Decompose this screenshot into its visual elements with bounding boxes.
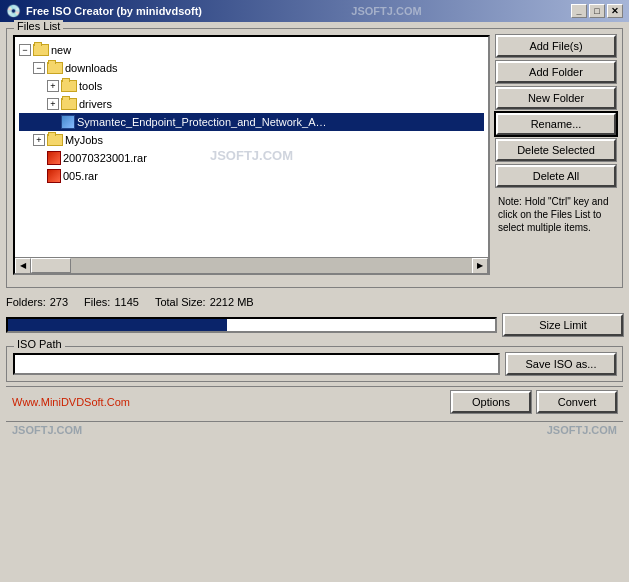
tree-item-label: downloads (65, 59, 118, 77)
tree-item-label: new (51, 41, 71, 59)
total-size-stat: Total Size: 2212 MB (155, 296, 254, 308)
rar-icon (47, 151, 61, 165)
files-label: Files: (84, 296, 110, 308)
tree-item-label: tools (79, 77, 102, 95)
scrollbar-track[interactable] (31, 258, 472, 273)
main-window: Files List − new − downloads (0, 22, 629, 582)
scrollbar-thumb[interactable] (31, 258, 71, 273)
expand-icon[interactable]: + (47, 98, 59, 110)
progress-area: Size Limit (6, 314, 623, 336)
maximize-button[interactable]: □ (589, 4, 605, 18)
total-size-label: Total Size: (155, 296, 206, 308)
list-item: 20070323001.rar (19, 149, 484, 167)
dvd-icon (61, 115, 75, 129)
progress-bar-container (6, 317, 497, 333)
files-stat: Files: 1145 (84, 296, 139, 308)
list-item: − downloads (19, 59, 484, 77)
note-text: Note: Hold "Ctrl" key and click on the F… (496, 191, 616, 238)
app-title: Free ISO Creator (by minidvdsoft) (26, 5, 202, 17)
files-list-label: Files List (14, 20, 63, 32)
title-bar: 💿 Free ISO Creator (by minidvdsoft) JSOF… (0, 0, 629, 22)
minimize-button[interactable]: _ (571, 4, 587, 18)
iso-path-label: ISO Path (14, 338, 65, 350)
list-item: + tools (19, 77, 484, 95)
footer-left-watermark: JSOFTJ.COM (12, 424, 82, 436)
app-icon: 💿 (6, 4, 21, 18)
expand-icon[interactable]: + (47, 80, 59, 92)
footer-right-watermark: JSOFTJ.COM (547, 424, 617, 436)
convert-button[interactable]: Convert (537, 391, 617, 413)
delete-all-button[interactable]: Delete All (496, 165, 616, 187)
progress-bar-fill (8, 319, 227, 331)
list-item[interactable]: Symantec_Endpoint_Protection_and_Network… (19, 113, 484, 131)
rename-button[interactable]: Rename... (496, 113, 616, 135)
button-panel: Add File(s) Add Folder New Folder Rename… (496, 35, 616, 281)
folders-stat: Folders: 273 (6, 296, 68, 308)
add-folder-button[interactable]: Add Folder (496, 61, 616, 83)
title-bar-left: 💿 Free ISO Creator (by minidvdsoft) (6, 4, 202, 18)
iso-path-row: Save ISO as... (13, 353, 616, 375)
new-folder-button[interactable]: New Folder (496, 87, 616, 109)
tree-content: − new − downloads + tools (15, 37, 488, 189)
total-size-value: 2212 MB (210, 296, 254, 308)
list-item: 005.rar (19, 167, 484, 185)
add-files-button[interactable]: Add File(s) (496, 35, 616, 57)
folder-icon (33, 44, 49, 56)
expand-icon[interactable]: − (19, 44, 31, 56)
options-button[interactable]: Options (451, 391, 531, 413)
footer-bar: JSOFTJ.COM JSOFTJ.COM (6, 421, 623, 438)
delete-selected-button[interactable]: Delete Selected (496, 139, 616, 161)
list-item: − new (19, 41, 484, 59)
iso-path-input[interactable] (13, 353, 500, 375)
files-value: 1145 (114, 296, 138, 308)
folder-icon (47, 134, 63, 146)
list-item: + drivers (19, 95, 484, 113)
folders-value: 273 (50, 296, 68, 308)
close-button[interactable]: ✕ (607, 4, 623, 18)
expand-icon[interactable]: − (33, 62, 45, 74)
folder-icon (47, 62, 63, 74)
tree-item-label: Symantec_Endpoint_Protection_and_Network… (77, 113, 327, 131)
tree-item-label: MyJobs (65, 131, 103, 149)
rar-icon (47, 169, 61, 183)
folder-icon (61, 98, 77, 110)
save-iso-button[interactable]: Save ISO as... (506, 353, 616, 375)
title-bar-controls: _ □ ✕ (571, 4, 623, 18)
scroll-right-btn[interactable]: ▶ (472, 258, 488, 274)
file-tree-panel: − new − downloads + tools (13, 35, 490, 275)
size-limit-button[interactable]: Size Limit (503, 314, 623, 336)
bottom-bar: Www.MiniDVDSoft.Com Options Convert (6, 386, 623, 417)
stats-bar: Folders: 273 Files: 1145 Total Size: 221… (6, 294, 623, 310)
folders-label: Folders: (6, 296, 46, 308)
title-bar-center-watermark: JSOFTJ.COM (351, 5, 421, 17)
bottom-buttons: Options Convert (451, 391, 617, 413)
tree-item-label: 20070323001.rar (63, 149, 147, 167)
list-item: + MyJobs (19, 131, 484, 149)
folder-icon (61, 80, 77, 92)
horizontal-scrollbar: ◀ ▶ (15, 257, 488, 273)
expand-icon[interactable]: + (33, 134, 45, 146)
tree-item-label: 005.rar (63, 167, 98, 185)
scroll-left-btn[interactable]: ◀ (15, 258, 31, 274)
website-link[interactable]: Www.MiniDVDSoft.Com (12, 396, 130, 408)
tree-item-label: drivers (79, 95, 112, 113)
